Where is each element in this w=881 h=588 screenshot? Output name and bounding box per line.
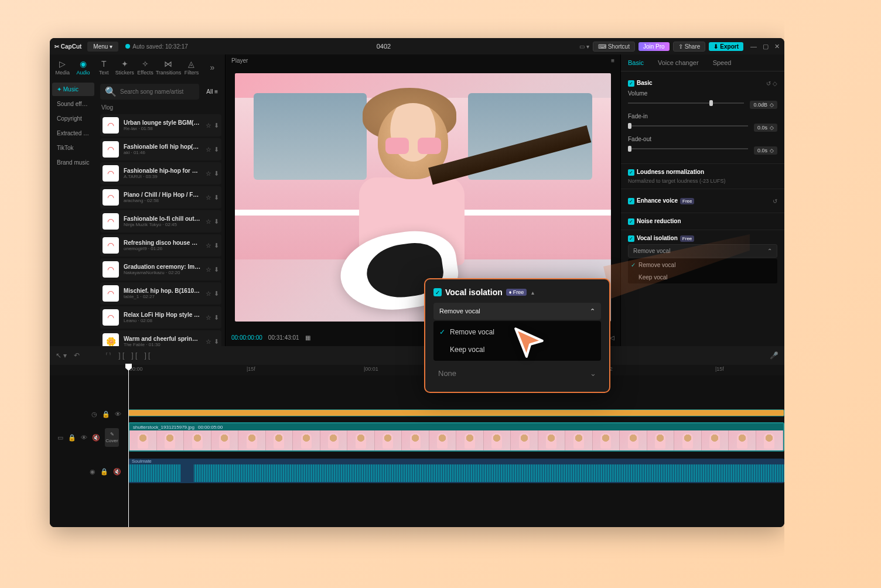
fadeout-value[interactable]: 0.0s ◇	[754, 146, 777, 155]
split-right-icon[interactable]: ] [	[131, 351, 137, 360]
cover-button[interactable]: ✎Cover	[105, 428, 119, 447]
export-button[interactable]: ⬇ Export	[709, 42, 743, 51]
download-icon[interactable]: ⬇	[214, 146, 219, 153]
marker-clip[interactable]	[128, 409, 784, 416]
tab-effects[interactable]: ✧Effects	[135, 59, 155, 76]
loudness-checkbox[interactable]: ✓	[628, 169, 634, 176]
music-item[interactable]: ◠Urban lounge style BGM(114...Re-lax · 0…	[100, 114, 221, 136]
download-icon[interactable]: ⬇	[214, 314, 219, 322]
split-left-icon[interactable]: ] [	[118, 351, 124, 360]
category-extracted[interactable]: Extracted a...	[52, 127, 94, 140]
favorite-icon[interactable]: ☆	[206, 338, 211, 346]
tab-transitions[interactable]: ⋈Transitions	[156, 59, 182, 76]
music-item[interactable]: ◠Piano / Chill / Hip Hop / Fas...arachan…	[100, 186, 221, 208]
minimize-icon[interactable]: —	[750, 43, 757, 50]
favorite-icon[interactable]: ☆	[206, 170, 211, 177]
tab-speed[interactable]: Speed	[706, 54, 739, 71]
mute-icon[interactable]: 🔇	[113, 468, 121, 476]
chevron-up-icon[interactable]: ▴	[531, 289, 534, 296]
category-copyright[interactable]: Copyright	[52, 112, 94, 125]
basic-checkbox[interactable]: ✓	[628, 80, 634, 87]
maximize-icon[interactable]: ▢	[763, 43, 769, 50]
volume-slider[interactable]	[628, 102, 744, 104]
mic-icon[interactable]: 🎤	[770, 351, 778, 360]
lock-icon[interactable]: 🔒	[102, 411, 110, 418]
dropdown-item-keep[interactable]: Keep vocal	[628, 271, 777, 283]
download-icon[interactable]: ⬇	[214, 290, 219, 298]
tab-media[interactable]: ▷Media	[52, 59, 73, 76]
download-icon[interactable]: ⬇	[214, 338, 219, 346]
download-icon[interactable]: ⬇	[214, 242, 219, 249]
music-item[interactable]: 🌼Warm and cheerful spring(14...The Fable…	[100, 330, 221, 346]
close-icon[interactable]: ✕	[774, 43, 780, 50]
category-sound-effects[interactable]: Sound effe...	[52, 97, 94, 111]
lock-icon[interactable]: 🔒	[100, 468, 108, 476]
record-icon[interactable]: ◉	[90, 468, 95, 476]
download-icon[interactable]: ⬇	[214, 122, 219, 129]
category-tiktok[interactable]: TikTok	[52, 141, 94, 155]
clock-icon[interactable]: ◷	[91, 411, 97, 418]
music-item[interactable]: ◠Graduation ceremony: Impre...NakayamaNo…	[100, 258, 221, 281]
favorite-icon[interactable]: ☆	[206, 194, 211, 201]
favorite-icon[interactable]: ☆	[206, 146, 211, 153]
download-icon[interactable]: ⬇	[214, 194, 219, 201]
mute-icon[interactable]: 🔇	[92, 434, 100, 442]
eye-icon[interactable]: 👁	[115, 411, 121, 418]
music-item[interactable]: ◠Fashionable lo-fi chill out R ...Ninja …	[100, 210, 221, 233]
audio-clip[interactable]: Soulmate	[128, 459, 784, 483]
favorite-icon[interactable]: ☆	[206, 314, 211, 322]
search-box[interactable]: 🔍	[100, 84, 199, 100]
prev-frame-icon[interactable]: ◁	[610, 334, 614, 341]
download-icon[interactable]: ⬇	[214, 218, 219, 225]
favorite-icon[interactable]: ☆	[206, 242, 211, 249]
music-item[interactable]: ◠Relax LoFi Hip Hop style bea...Leano · …	[100, 306, 221, 329]
delete-icon[interactable]: ] [	[144, 351, 150, 360]
share-button[interactable]: ⇪ Share	[673, 42, 706, 52]
selection-tool-icon[interactable]: ↖ ▾	[56, 351, 67, 360]
eye-icon[interactable]: 👁	[81, 434, 87, 441]
grid-icon[interactable]: ▦	[305, 334, 310, 341]
vocal-checkbox[interactable]: ✓	[628, 235, 634, 242]
shortcut-button[interactable]: ⌨ Shortcut	[593, 42, 635, 52]
vocal-dropdown[interactable]: Remove vocal⌃	[628, 244, 777, 258]
favorite-icon[interactable]: ☆	[206, 122, 211, 129]
menu-button[interactable]: Menu ▾	[87, 42, 118, 52]
noise-checkbox[interactable]: ✓	[628, 218, 634, 225]
music-item[interactable]: ◠Fashionable lofi hip hop(116...aki · 01…	[100, 138, 221, 160]
dropdown-item-remove[interactable]: Remove vocal	[628, 259, 777, 271]
fadeout-slider[interactable]	[628, 148, 748, 149]
favorite-icon[interactable]: ☆	[206, 266, 211, 274]
reset-enhance-icon[interactable]: ↺	[773, 198, 777, 204]
download-icon[interactable]: ⬇	[214, 266, 219, 274]
lock-icon[interactable]: 🔒	[68, 434, 76, 442]
enhance-checkbox[interactable]: ✓	[628, 198, 634, 204]
tab-stickers[interactable]: ✦Stickers	[114, 59, 135, 76]
ratio-icon[interactable]: ▭ ▾	[579, 43, 589, 50]
preview-menu-icon[interactable]: ≡	[611, 57, 614, 64]
music-item[interactable]: ◠Mischief. hip hop. B(1610627)table_1 · …	[100, 282, 221, 305]
popup-checkbox[interactable]: ✓	[433, 288, 442, 296]
fadein-slider[interactable]	[628, 125, 748, 127]
aspect-icon[interactable]: ▭	[57, 434, 63, 442]
download-icon[interactable]: ⬇	[214, 170, 219, 177]
volume-value[interactable]: 0.0dB ◇	[750, 101, 777, 109]
music-item[interactable]: ◠Fashionable hip-hop for com...A.TARUI ·…	[100, 162, 221, 184]
tab-filters[interactable]: ◬Filters	[181, 59, 202, 76]
all-filter-button[interactable]: All ≡	[203, 84, 221, 100]
timeline-ruler[interactable]: 00:00 |15f |00:01 |15f |00:02 |15f	[50, 365, 784, 375]
category-brand-music[interactable]: Brand music	[52, 156, 94, 169]
favorite-icon[interactable]: ☆	[206, 290, 211, 298]
join-pro-button[interactable]: Join Pro	[638, 42, 670, 51]
favorite-icon[interactable]: ☆	[206, 218, 211, 225]
tab-voice-changer[interactable]: Voice changer	[651, 54, 706, 71]
category-music[interactable]: ✦ Music	[52, 83, 94, 96]
music-item[interactable]: ◠Refreshing disco house Nori ...onemogir…	[100, 234, 221, 257]
playhead[interactable]	[128, 365, 129, 527]
tab-audio[interactable]: ◉Audio	[73, 59, 93, 76]
video-clip[interactable]: shutterstock_1931215979.jpg00:00:05:00	[128, 422, 784, 452]
tab-text[interactable]: TText	[94, 59, 114, 76]
tab-more[interactable]: »	[202, 63, 223, 72]
reset-basic-icon[interactable]: ↺ ◇	[766, 80, 777, 87]
fadein-value[interactable]: 0.0s ◇	[754, 124, 777, 132]
undo-icon[interactable]: ↶	[74, 351, 80, 360]
